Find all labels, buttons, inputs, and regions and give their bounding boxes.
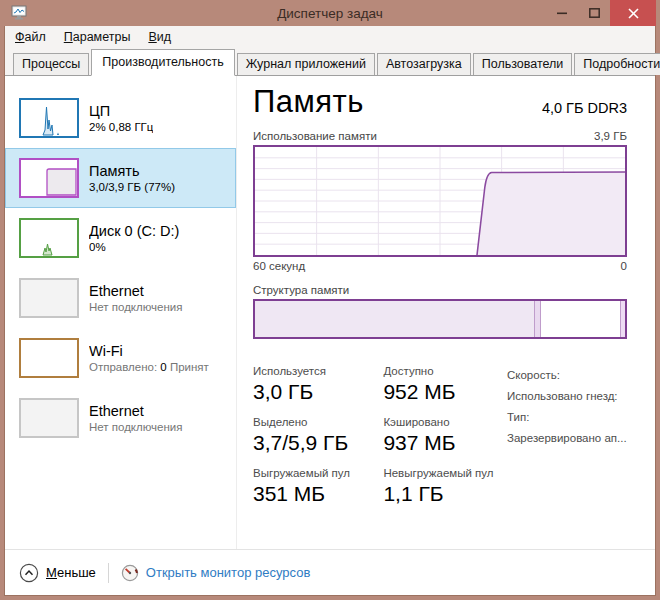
memory-hardware-details: Скорость: Использовано гнезд: Тип: Зарез…: [507, 365, 627, 506]
footer-bar: Меньше Открыть монитор ресурсов: [5, 549, 655, 595]
disk-title: Диск 0 (C: D:): [89, 223, 179, 239]
tab-app-history[interactable]: Журнал приложений: [237, 53, 375, 75]
composition-free-segment: [541, 301, 620, 337]
axis-left-label: 60 секунд: [253, 260, 305, 272]
memory-capacity: 4,0 ГБ DDR3: [542, 100, 627, 120]
footer-separator: [108, 563, 109, 583]
menubar: Файл Параметры Вид: [5, 26, 655, 47]
sidebar-item-text: Ethernet Нет подключения: [89, 403, 183, 433]
usage-chart-axis: 60 секунд 0: [253, 260, 627, 272]
cpu-mini-graph-icon: [19, 98, 79, 138]
page-title: Память: [253, 84, 364, 120]
menu-view[interactable]: Вид: [148, 30, 171, 44]
open-resource-monitor-link[interactable]: Открыть монитор ресурсов: [121, 564, 310, 582]
axis-right-label: 0: [621, 260, 627, 272]
wifi-mini-graph-icon: [19, 338, 79, 378]
detail-hw-reserved-label: Зарезервировано ап...: [507, 428, 627, 449]
sidebar-item-wifi[interactable]: Wi-Fi Отправлено: 0 Принят: [5, 328, 236, 388]
titlebar: Диспетчер задач: [4, 0, 656, 26]
composition-in-use-segment: [255, 301, 534, 337]
usage-chart-title: Использование памяти: [253, 130, 377, 142]
tabstrip: Процессы Производительность Журнал прило…: [5, 47, 655, 76]
sidebar-item-text: ЦП 2% 0,88 ГГц: [89, 103, 153, 133]
detail-slots-label: Использовано гнезд:: [507, 386, 627, 407]
memory-subtitle: 3,0/3,9 ГБ (77%): [89, 181, 175, 193]
wifi-subtitle: Отправлено: 0 Принят: [89, 361, 209, 373]
tab-details[interactable]: Подробности: [574, 53, 660, 75]
memory-usage-chart: [253, 145, 627, 257]
memory-composition-bar: [253, 299, 627, 339]
stat-paged-pool: Выгружаемый пул 351 МБ: [253, 467, 357, 506]
sidebar-item-cpu[interactable]: ЦП 2% 0,88 ГГц: [5, 88, 236, 148]
tab-users[interactable]: Пользователи: [473, 53, 573, 75]
wifi-sent-label: Отправлено:: [89, 361, 157, 373]
cpu-subtitle: 2% 0,88 ГГц: [89, 121, 153, 133]
sidebar-item-ethernet-2[interactable]: Ethernet Нет подключения: [5, 388, 236, 448]
composition-title: Структура памяти: [253, 284, 627, 296]
resource-monitor-icon: [121, 564, 139, 582]
tab-processes[interactable]: Процессы: [13, 53, 89, 75]
sidebar-item-text: Память 3,0/3,9 ГБ (77%): [89, 163, 175, 193]
menu-options[interactable]: Параметры: [64, 30, 131, 44]
memory-header: Память 4,0 ГБ DDR3: [253, 84, 627, 120]
detail-speed-label: Скорость:: [507, 365, 627, 386]
sidebar-item-disk0[interactable]: Диск 0 (C: D:) 0%: [5, 208, 236, 268]
memory-stats: Используется 3,0 ГБ Доступно 952 МБ Выде…: [253, 365, 627, 506]
wifi-title: Wi-Fi: [89, 343, 209, 359]
sidebar-item-text: Ethernet Нет подключения: [89, 283, 183, 313]
memory-panel: Память 4,0 ГБ DDR3 Использование памяти …: [237, 76, 655, 549]
fewer-details-label: Меньше: [46, 565, 96, 580]
tab-performance[interactable]: Производительность: [91, 49, 234, 76]
ethernet-subtitle: Нет подключения: [89, 301, 183, 313]
memory-title: Память: [89, 163, 175, 179]
detail-form-factor-label: Тип:: [507, 407, 627, 428]
usage-chart-labels: Использование памяти 3,9 ГБ: [253, 130, 627, 142]
wifi-received-label: Принят: [170, 361, 209, 373]
cpu-title: ЦП: [89, 103, 153, 119]
menu-file[interactable]: Файл: [15, 30, 46, 44]
resource-monitor-label: Открыть монитор ресурсов: [146, 565, 310, 580]
sidebar-item-text: Диск 0 (C: D:) 0%: [89, 223, 179, 253]
ethernet-mini-graph-icon: [19, 278, 79, 318]
window-title: Диспетчер задач: [4, 6, 656, 21]
ethernet-subtitle: Нет подключения: [89, 421, 183, 433]
chevron-up-circle-icon: [19, 563, 39, 583]
ethernet-title: Ethernet: [89, 403, 183, 419]
tab-startup[interactable]: Автозагрузка: [377, 53, 471, 75]
sidebar-item-ethernet-1[interactable]: Ethernet Нет подключения: [5, 268, 236, 328]
disk-mini-graph-icon: [19, 218, 79, 258]
stat-in-use: Используется 3,0 ГБ: [253, 365, 357, 404]
performance-sidebar: ЦП 2% 0,88 ГГц Память 3,0/3,9 ГБ (77%): [5, 76, 237, 549]
usage-chart-max: 3,9 ГБ: [594, 130, 627, 142]
stat-cached: Кэшировано 937 МБ: [383, 416, 501, 455]
ethernet-title: Ethernet: [89, 283, 183, 299]
app-body: Файл Параметры Вид Процессы Производител…: [4, 26, 656, 596]
ethernet-mini-graph-icon: [19, 398, 79, 438]
composition-standby-segment: [621, 301, 625, 337]
sidebar-item-memory[interactable]: Память 3,0/3,9 ГБ (77%): [5, 148, 236, 208]
performance-content: ЦП 2% 0,88 ГГц Память 3,0/3,9 ГБ (77%): [5, 76, 655, 549]
memory-usage-chart-svg: [255, 147, 625, 255]
stat-available: Доступно 952 МБ: [383, 365, 501, 404]
memory-mini-graph-icon: [19, 158, 79, 198]
task-manager-window: Диспетчер задач Файл Параметры Вид: [0, 0, 660, 600]
stat-nonpaged-pool: Невыгружаемый пул 1,1 ГБ: [383, 467, 501, 506]
memory-stats-grid: Используется 3,0 ГБ Доступно 952 МБ Выде…: [253, 365, 501, 506]
sidebar-item-text: Wi-Fi Отправлено: 0 Принят: [89, 343, 209, 373]
stat-committed: Выделено 3,7/5,9 ГБ: [253, 416, 357, 455]
wifi-sent-value: 0: [160, 361, 166, 373]
fewer-details-button[interactable]: Меньше: [19, 563, 96, 583]
disk-subtitle: 0%: [89, 241, 179, 253]
